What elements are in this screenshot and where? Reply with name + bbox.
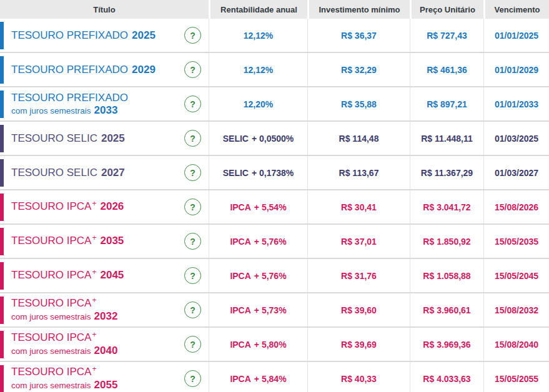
help-icon[interactable]: ? [184,96,201,112]
bond-title-cell[interactable]: TESOURO IPCA+ com juros semestrais2032 ? [0,293,209,326]
annual-rate-cell: 12,12% [209,53,307,86]
maturity-cell: 01/03/2025 [483,122,549,155]
bond-color-bar [0,262,4,290]
bond-title: TESOURO PREFIXADO com juros semestrais20… [11,92,128,117]
unit-price-cell: R$ 4.033,63 [410,362,483,392]
bond-title: TESOURO SELIC2027 [11,167,125,179]
bond-name: TESOURO IPCA [11,269,91,281]
help-icon[interactable]: ? [184,130,201,147]
help-icon[interactable]: ? [184,198,201,215]
bond-title-cell[interactable]: TESOURO IPCA+2045 ? [0,259,209,292]
rate-value: 12,20% [244,99,273,109]
rate-value: + 5,76% [254,271,287,281]
maturity-cell: 15/08/2026 [483,190,549,223]
min-investment-cell: R$ 39,69 [307,328,410,361]
maturity-value: 15/05/2045 [495,271,538,281]
bond-title-cell[interactable]: TESOURO IPCA+ com juros semestrais2055 ? [0,362,209,392]
unit-price-value: R$ 461,36 [427,65,467,75]
bond-subtitle: com juros semestrais [11,346,91,356]
help-icon[interactable]: ? [184,27,201,44]
bond-year: 2045 [100,269,124,281]
bond-title-cell[interactable]: TESOURO IPCA+2035 ? [0,225,209,258]
min-investment-value: R$ 31,76 [341,271,377,281]
annual-rate-cell: IPCA+ 5,76% [209,259,307,292]
bond-name: TESOURO IPCA [11,235,91,247]
bond-title-cell[interactable]: TESOURO IPCA+ com juros semestrais2040 ? [0,328,209,361]
table-row[interactable]: TESOURO IPCA+ com juros semestrais2040 ?… [0,328,549,362]
maturity-value: 15/05/2035 [495,237,538,247]
column-header-investimento: Investimento mínimo [307,0,410,19]
column-header-preco: Preço Unitário [410,0,483,19]
help-icon[interactable]: ? [184,336,201,353]
table-row[interactable]: TESOURO SELIC2027 ? SELIC+ 0,1738% R$ 11… [0,156,549,190]
help-icon[interactable]: ? [184,61,201,78]
bond-color-bar [0,56,4,84]
bond-color-bar [0,125,4,152]
maturity-value: 15/08/2026 [495,202,538,212]
table-row[interactable]: TESOURO IPCA+ com juros semestrais2055 ?… [0,362,549,392]
annual-rate-cell: SELIC+ 0,0500% [209,122,307,155]
help-icon[interactable]: ? [184,267,201,284]
help-icon[interactable]: ? [184,164,201,181]
annual-rate-cell: IPCA+ 5,84% [209,362,307,392]
bond-title-cell[interactable]: TESOURO PREFIXADO com juros semestrais20… [0,87,209,120]
bond-name: TESOURO IPCA [11,200,91,212]
annual-rate-cell: IPCA+ 5,80% [209,328,307,361]
rate-index-label: IPCA [230,202,250,212]
column-header-vencimento: Vencimento [483,0,549,19]
unit-price-value: R$ 727,43 [427,31,467,41]
rate-index-label: IPCA [230,237,250,247]
table-header: Título Rentabilidade anual Investimento … [0,0,549,19]
bond-name: TESOURO SELIC [11,132,97,144]
bond-color-bar [0,365,4,392]
min-investment-value: R$ 39,60 [341,305,377,315]
plus-superscript: + [92,233,96,242]
plus-superscript: + [92,199,96,208]
min-investment-cell: R$ 36,37 [307,19,410,52]
bond-title-cell[interactable]: TESOURO PREFIXADO2025 ? [0,19,209,52]
maturity-cell: 15/05/2045 [483,259,549,292]
table-row[interactable]: TESOURO IPCA+2035 ? IPCA+ 5,76% R$ 37,01… [0,225,549,259]
maturity-cell: 15/05/2055 [483,362,549,392]
annual-rate-cell: IPCA+ 5,76% [209,225,307,258]
table-row[interactable]: TESOURO SELIC2025 ? SELIC+ 0,0500% R$ 11… [0,122,549,156]
maturity-value: 01/01/2033 [495,99,538,109]
unit-price-value: R$ 4.033,63 [423,374,470,384]
rate-index-label: SELIC [223,134,249,144]
table-row[interactable]: TESOURO PREFIXADO2029 ? 12,12% R$ 32,29 … [0,53,549,87]
bond-year: 2029 [132,64,156,76]
help-icon[interactable]: ? [184,370,201,387]
maturity-value: 15/05/2055 [495,374,538,384]
table-row[interactable]: TESOURO IPCA+2045 ? IPCA+ 5,76% R$ 31,76… [0,259,549,293]
bond-title-cell[interactable]: TESOURO SELIC2025 ? [0,122,209,155]
rate-value: 12,12% [244,65,273,75]
min-investment-cell: R$ 30,41 [307,190,410,223]
min-investment-value: R$ 30,41 [341,202,377,212]
help-icon[interactable]: ? [184,233,201,250]
bond-year: 2026 [100,200,124,212]
bond-title: TESOURO SELIC2025 [11,132,125,145]
maturity-value: 15/08/2032 [495,305,538,315]
bond-name: TESOURO IPCA [11,366,91,378]
maturity-cell: 01/01/2029 [483,53,549,86]
table-row[interactable]: TESOURO IPCA+ com juros semestrais2032 ?… [0,293,549,328]
plus-superscript: + [92,365,96,373]
annual-rate-cell: 12,20% [209,87,307,120]
table-row[interactable]: TESOURO IPCA+2026 ? IPCA+ 5,54% R$ 30,41… [0,190,549,225]
min-investment-value: R$ 37,01 [341,237,377,247]
maturity-cell: 01/01/2033 [483,87,549,120]
bond-title: TESOURO IPCA+2026 [11,200,124,213]
annual-rate-cell: SELIC+ 0,1738% [209,156,307,189]
bond-name: TESOURO PREFIXADO [11,92,128,104]
help-icon[interactable]: ? [184,301,201,318]
maturity-value: 01/03/2025 [495,134,538,144]
column-header-titulo: Título [0,0,209,19]
bond-title-cell[interactable]: TESOURO IPCA+2026 ? [0,190,209,223]
bond-title-cell[interactable]: TESOURO PREFIXADO2029 ? [0,53,209,86]
bond-title-cell[interactable]: TESOURO SELIC2027 ? [0,156,209,189]
bond-color-bar [0,159,4,187]
table-row[interactable]: TESOURO PREFIXADO2025 ? 12,12% R$ 36,37 … [0,19,549,53]
bond-title: TESOURO IPCA+2035 [11,235,124,248]
table-row[interactable]: TESOURO PREFIXADO com juros semestrais20… [0,87,549,122]
unit-price-value: R$ 1.058,88 [423,271,470,281]
